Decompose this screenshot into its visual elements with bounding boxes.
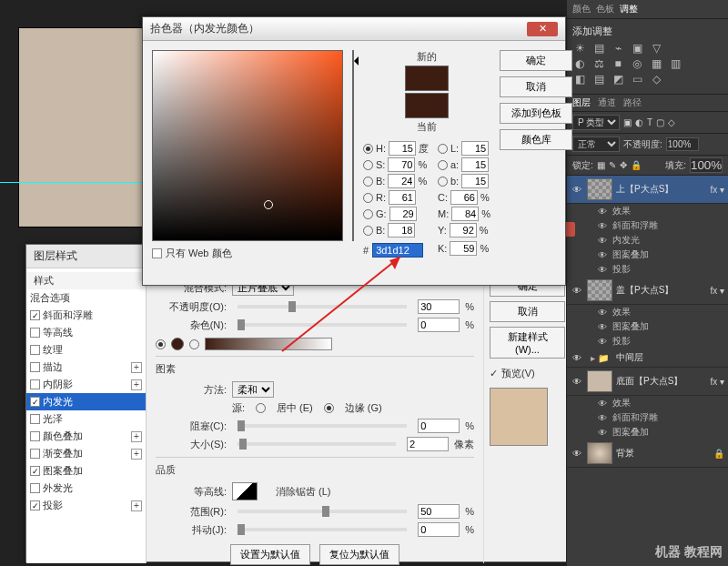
noise-input[interactable] <box>418 318 460 332</box>
filter-smart-icon[interactable]: ◇ <box>668 117 675 127</box>
tab-channels[interactable]: 通道 <box>598 96 616 109</box>
make-default-button[interactable]: 设置为默认值 <box>230 544 310 565</box>
style-item-gradientoverlay[interactable]: 渐变叠加+ <box>26 445 146 462</box>
current-color-swatch[interactable] <box>405 93 449 118</box>
reset-default-button[interactable]: 复位为默认值 <box>319 544 399 565</box>
layer-row[interactable]: 👁 盖【P大点S】 fx ▾ <box>567 277 728 305</box>
gradient-map-icon[interactable]: ▭ <box>630 73 644 86</box>
bch-input[interactable] <box>388 223 415 238</box>
noise-slider[interactable] <box>238 323 407 327</box>
exposure-icon[interactable]: ▣ <box>630 42 644 55</box>
blend-mode-select[interactable]: 正常 <box>572 136 620 152</box>
m-input[interactable] <box>451 207 479 221</box>
poster-icon[interactable]: ▤ <box>592 73 606 86</box>
close-icon[interactable]: ✕ <box>527 22 558 36</box>
levels-icon[interactable]: ▤ <box>592 42 606 55</box>
tab-color[interactable]: 颜色 <box>572 3 591 15</box>
k-input[interactable] <box>450 241 477 256</box>
layer-thumb[interactable] <box>587 178 612 200</box>
blend-options[interactable]: 混合选项 <box>26 289 146 307</box>
eye-icon[interactable]: 👁 <box>571 353 583 363</box>
layer-thumb[interactable] <box>587 442 612 464</box>
jitter-slider[interactable] <box>238 528 407 531</box>
l-input[interactable] <box>461 141 489 156</box>
style-item-outerglow[interactable]: 外发光 <box>26 480 146 497</box>
plus-icon[interactable]: + <box>131 500 142 511</box>
hex-input[interactable] <box>372 243 423 258</box>
bch-radio[interactable] <box>363 226 373 236</box>
lock-pixel-icon[interactable]: ✎ <box>609 160 616 170</box>
color-radio[interactable] <box>156 339 166 349</box>
layer-row[interactable]: 👁 背景 🔒 <box>567 440 728 468</box>
technique-select[interactable]: 柔和 <box>232 381 274 398</box>
fx-badge[interactable]: fx ▾ <box>710 286 724 296</box>
choke-slider[interactable] <box>238 424 407 428</box>
fill-field[interactable] <box>690 157 723 173</box>
fx-badge[interactable]: fx ▾ <box>710 185 724 195</box>
eye-icon[interactable]: 👁 <box>571 449 583 459</box>
l-radio[interactable] <box>438 144 448 154</box>
contour-picker[interactable] <box>232 482 258 500</box>
jitter-input[interactable] <box>418 522 460 537</box>
style-item-satin[interactable]: 光泽 <box>26 410 146 428</box>
range-slider[interactable] <box>238 510 407 513</box>
eye-icon[interactable]: 👁 <box>571 286 583 296</box>
c-input[interactable] <box>450 190 478 205</box>
h-input[interactable] <box>389 141 416 156</box>
brightness-icon[interactable]: ☀ <box>572 42 587 55</box>
plus-icon[interactable]: + <box>131 362 142 373</box>
r-input[interactable] <box>389 190 416 205</box>
size-input[interactable] <box>407 437 449 451</box>
filter-adjust-icon[interactable]: ◐ <box>635 117 643 127</box>
source-center-radio[interactable] <box>256 403 266 413</box>
g-radio[interactable] <box>363 209 373 219</box>
new-style-button[interactable]: 新建样式(W)... <box>490 327 565 359</box>
r-radio[interactable] <box>363 193 373 203</box>
eye-icon[interactable]: 👁 <box>571 185 583 195</box>
lock-all-icon[interactable]: 🔒 <box>631 160 642 170</box>
ok-button[interactable]: 确定 <box>500 50 572 71</box>
style-item-innerglow[interactable]: ✓内发光 <box>26 393 146 410</box>
range-input[interactable] <box>418 504 460 519</box>
plus-icon[interactable]: + <box>131 431 142 442</box>
layer-row-folder[interactable]: 👁 ▸ 📁 中间层 <box>567 349 728 368</box>
source-edge-radio[interactable] <box>324 403 334 413</box>
s-radio[interactable] <box>363 160 373 170</box>
filter-pixel-icon[interactable]: ▣ <box>623 117 632 127</box>
style-item-patternoverlay[interactable]: ✓图案叠加 <box>26 462 146 480</box>
hue-icon[interactable]: ◐ <box>572 57 587 70</box>
filter-shape-icon[interactable]: ▢ <box>656 117 664 127</box>
kind-filter[interactable]: P 类型 <box>572 115 620 130</box>
plus-icon[interactable]: + <box>131 379 142 390</box>
tab-swatches[interactable]: 色板 <box>596 3 614 15</box>
eye-icon[interactable]: 👁 <box>571 377 583 387</box>
color-lib-button[interactable]: 颜色库 <box>500 129 572 150</box>
sv-field[interactable] <box>152 50 343 241</box>
opacity-input[interactable] <box>418 299 460 314</box>
vibrance-icon[interactable]: ▽ <box>649 42 663 55</box>
threshold-icon[interactable]: ◩ <box>611 73 625 86</box>
style-item-bevel[interactable]: ✓斜面和浮雕 <box>26 307 146 324</box>
style-item-texture[interactable]: 纹理 <box>26 341 146 359</box>
filter-type-icon[interactable]: T <box>647 117 652 127</box>
lock-trans-icon[interactable]: ▦ <box>597 160 605 170</box>
g-input[interactable] <box>389 207 417 221</box>
gradient-preview[interactable] <box>205 338 332 350</box>
a-input[interactable] <box>461 157 489 172</box>
h-radio[interactable] <box>363 144 373 154</box>
tab-adjust[interactable]: 调整 <box>620 3 638 15</box>
style-item-stroke[interactable]: 描边+ <box>26 359 146 376</box>
glow-color-swatch[interactable] <box>171 338 184 350</box>
invert-icon[interactable]: ◧ <box>572 73 587 86</box>
a-radio[interactable] <box>438 160 448 170</box>
add-swatch-button[interactable]: 添加到色板 <box>500 103 572 124</box>
style-item-dropshadow[interactable]: ✓投影+ <box>26 497 146 514</box>
layer-row[interactable]: 👁 底面【P大点S】 fx ▾ <box>567 368 728 396</box>
y-input[interactable] <box>450 223 477 238</box>
opacity-slider[interactable] <box>238 305 407 308</box>
style-item-innershadow[interactable]: 内阴影+ <box>26 376 146 393</box>
bw-icon[interactable]: ■ <box>611 57 625 70</box>
curves-icon[interactable]: ⌁ <box>611 42 625 55</box>
lab-b-radio[interactable] <box>438 177 448 187</box>
lab-b-input[interactable] <box>461 174 489 188</box>
